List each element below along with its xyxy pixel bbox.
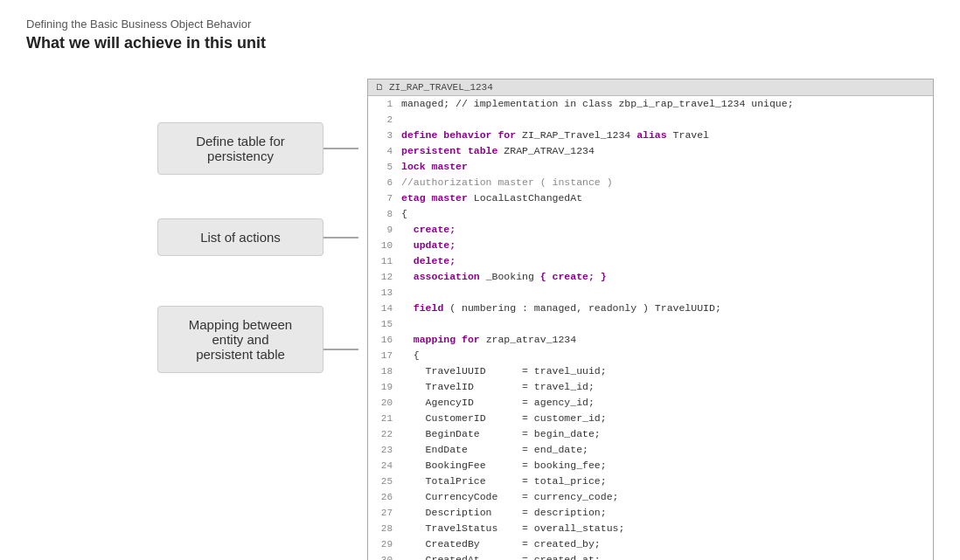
line-number: 12: [373, 269, 393, 285]
line-number: 21: [373, 411, 393, 426]
code-line: 23 EndDate = end_date;: [368, 442, 933, 458]
line-number: 28: [373, 521, 393, 536]
line-content: TravelID = travel_id;: [401, 379, 595, 395]
line-content: delete;: [401, 253, 456, 269]
line-content: {: [401, 348, 420, 363]
code-line: 27 Description = description;: [368, 505, 933, 521]
code-line: 24 BookingFee = booking_fee;: [368, 458, 933, 474]
code-line: 3define behavior for ZI_RAP_Travel_1234 …: [368, 128, 933, 143]
page-subtitle: Defining the Basic Business Object Behav…: [26, 17, 934, 31]
line-content: CreatedBy = created_by;: [401, 536, 601, 552]
line-content: CreatedAt = created_at;: [401, 552, 601, 560]
line-number: 9: [373, 222, 393, 238]
line-content: etag master LocalLastChangedAt: [401, 190, 582, 206]
code-line: 25 TotalPrice = total_price;: [368, 474, 933, 489]
line-content: [401, 316, 407, 332]
line-number: 2: [373, 112, 393, 128]
code-line: 4persistent table ZRAP_ATRAV_1234: [368, 143, 933, 159]
code-line: 20 AgencyID = agency_id;: [368, 395, 933, 411]
code-window-title: ZI_RAP_TRAVEL_1234: [389, 82, 493, 93]
line-number: 23: [373, 442, 393, 458]
line-content: TravelUUID = travel_uuid;: [401, 363, 607, 379]
code-line: 21 CustomerID = customer_id;: [368, 411, 933, 426]
code-body: 1managed; // implementation in class zbp…: [368, 96, 933, 560]
line-content: CustomerID = customer_id;: [401, 411, 607, 426]
page-title: What we will achieve in this unit: [26, 34, 934, 52]
main-content: Define table forpersistencyList of actio…: [26, 79, 934, 560]
line-number: 18: [373, 363, 393, 379]
line-content: TotalPrice = total_price;: [401, 474, 607, 489]
code-line: 11 delete;: [368, 253, 933, 269]
line-content: update;: [401, 238, 456, 253]
code-line: 5lock master: [368, 159, 933, 175]
label-define-table: Define table forpersistency: [157, 122, 323, 175]
line-content: AgencyID = agency_id;: [401, 395, 595, 411]
code-area: 🗋 ZI_RAP_TRAVEL_1234 1managed; // implem…: [367, 79, 934, 560]
line-content: BookingFee = booking_fee;: [401, 458, 607, 474]
line-content: field ( numbering : managed, readonly ) …: [401, 301, 721, 316]
line-content: create;: [401, 222, 456, 238]
line-number: 4: [373, 143, 393, 159]
line-number: 1: [373, 96, 393, 112]
line-number: 14: [373, 301, 393, 316]
line-content: CurrencyCode = currency_code;: [401, 489, 618, 505]
line-number: 25: [373, 474, 393, 489]
code-line: 29 CreatedBy = created_by;: [368, 536, 933, 552]
code-line: 7etag master LocalLastChangedAt: [368, 190, 933, 206]
line-number: 5: [373, 159, 393, 175]
line-number: 8: [373, 206, 393, 222]
code-line: 12 association _Booking { create; }: [368, 269, 933, 285]
code-window: 🗋 ZI_RAP_TRAVEL_1234 1managed; // implem…: [367, 79, 934, 560]
line-number: 27: [373, 505, 393, 521]
line-number: 7: [373, 190, 393, 206]
line-content: TravelStatus = overall_status;: [401, 521, 624, 536]
line-content: persistent table ZRAP_ATRAV_1234: [401, 143, 595, 159]
line-number: 22: [373, 426, 393, 442]
line-content: managed; // implementation in class zbp_…: [401, 96, 794, 112]
label-list-actions: List of actions: [157, 218, 323, 256]
line-number: 19: [373, 379, 393, 395]
code-line: 15: [368, 316, 933, 332]
code-line: 9 create;: [368, 222, 933, 238]
code-line: 13: [368, 285, 933, 301]
code-titlebar: 🗋 ZI_RAP_TRAVEL_1234: [368, 80, 933, 96]
line-number: 30: [373, 552, 393, 560]
line-content: association _Booking { create; }: [401, 269, 607, 285]
code-line: 6//authorization master ( instance ): [368, 175, 933, 190]
code-line: 28 TravelStatus = overall_status;: [368, 521, 933, 536]
code-line: 17 {: [368, 348, 933, 363]
line-content: lock master: [401, 159, 468, 175]
line-number: 13: [373, 285, 393, 301]
line-number: 6: [373, 175, 393, 190]
line-content: {: [401, 206, 407, 222]
line-content: BeginDate = begin_date;: [401, 426, 601, 442]
code-line: 19 TravelID = travel_id;: [368, 379, 933, 395]
line-number: 15: [373, 316, 393, 332]
line-number: 3: [373, 128, 393, 143]
line-number: 24: [373, 458, 393, 474]
line-content: [401, 285, 407, 301]
line-number: 26: [373, 489, 393, 505]
line-content: [401, 112, 407, 128]
code-line: 1managed; // implementation in class zbp…: [368, 96, 933, 112]
code-line: 16 mapping for zrap_atrav_1234: [368, 332, 933, 348]
code-line: 8{: [368, 206, 933, 222]
line-content: Description = description;: [401, 505, 607, 521]
code-window-icon: 🗋: [375, 82, 384, 93]
line-content: //authorization master ( instance ): [401, 175, 613, 190]
code-line: 18 TravelUUID = travel_uuid;: [368, 363, 933, 379]
line-number: 11: [373, 253, 393, 269]
line-number: 20: [373, 395, 393, 411]
line-number: 16: [373, 332, 393, 348]
line-content: EndDate = end_date;: [401, 442, 588, 458]
code-line: 10 update;: [368, 238, 933, 253]
label-mapping: Mapping betweenentity andpersistent tabl…: [157, 306, 323, 373]
labels-area: Define table forpersistencyList of actio…: [26, 79, 358, 507]
code-line: 2: [368, 112, 933, 128]
line-content: mapping for zrap_atrav_1234: [401, 332, 576, 348]
code-line: 26 CurrencyCode = currency_code;: [368, 489, 933, 505]
line-number: 29: [373, 536, 393, 552]
code-line: 30 CreatedAt = created_at;: [368, 552, 933, 560]
line-number: 17: [373, 348, 393, 363]
line-number: 10: [373, 238, 393, 253]
